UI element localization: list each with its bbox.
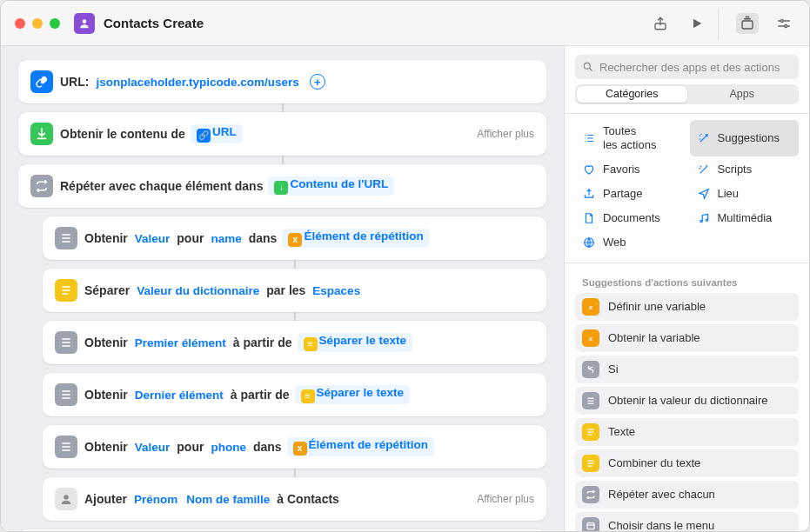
- globe-icon: [582, 236, 596, 249]
- svg-text:x: x: [588, 334, 593, 342]
- show-more-button[interactable]: Afficher plus: [477, 128, 534, 140]
- suggestion-icon: [582, 455, 599, 472]
- close-window-button[interactable]: [15, 18, 25, 29]
- category-documents[interactable]: Documents: [575, 207, 685, 229]
- action-get-dict-value-phone[interactable]: Obtenir Valeur pour phone dans xÉlément …: [43, 425, 546, 469]
- window-controls: [15, 18, 60, 29]
- split-text-token[interactable]: ≡Séparer le texte: [298, 333, 413, 353]
- tab-categories[interactable]: Catégories: [577, 86, 687, 103]
- document-icon: [582, 211, 596, 225]
- suggestion-label: Combiner du texte: [608, 456, 700, 469]
- suggestion-item[interactable]: xObtenir la variable: [575, 324, 799, 352]
- suggestion-item[interactable]: Répéter avec chacun: [575, 481, 799, 509]
- suggestion-label: Répéter avec chacun: [608, 488, 715, 501]
- list-icon: [55, 331, 77, 354]
- svg-point-4: [785, 24, 787, 27]
- svg-point-6: [584, 63, 590, 69]
- suggestion-icon: x: [582, 329, 599, 347]
- suggestion-item[interactable]: Texte: [575, 418, 799, 446]
- shortcut-title: Contacts Create: [104, 16, 204, 30]
- suggestion-icon: x: [582, 298, 599, 316]
- share-button[interactable]: [652, 15, 669, 32]
- svg-point-0: [83, 19, 87, 23]
- category-all-actions[interactable]: Toutes les actions: [575, 120, 685, 156]
- url-token[interactable]: 🔗URL: [191, 124, 243, 144]
- list-icon: [582, 131, 596, 145]
- action-get-dict-value-name[interactable]: Obtenir Valeur pour name dans xÉlément d…: [43, 216, 546, 260]
- text-icon: [55, 279, 77, 302]
- svg-rect-12: [587, 522, 594, 529]
- suggestion-icon: [582, 392, 599, 409]
- repeat-item-token[interactable]: xÉlément de répétition: [282, 229, 429, 249]
- action-repeat-each[interactable]: Répéter avec chaque élément dans ↓Conten…: [18, 164, 546, 208]
- repeat-icon: [30, 175, 53, 197]
- action-get-first-item[interactable]: Obtenir Premier élément à partir de ≡Sép…: [43, 321, 546, 364]
- suggestion-item[interactable]: Si: [575, 356, 799, 383]
- settings-toggle-button[interactable]: [773, 13, 795, 34]
- category-scripts[interactable]: Scripts: [690, 158, 800, 181]
- workflow-editor[interactable]: URL: jsonplaceholder.typicode.com/users …: [1, 46, 564, 531]
- category-media[interactable]: Multimédia: [690, 207, 800, 229]
- suggestion-icon: [582, 423, 599, 441]
- suggestion-label: Définir une variable: [608, 300, 706, 313]
- suggestion-icon: [582, 517, 599, 531]
- suggestion-item[interactable]: Obtenir la valeur du dictionnaire: [575, 387, 799, 415]
- list-icon: [55, 383, 77, 406]
- shortcut-icon: [74, 13, 95, 34]
- suggestion-label: Obtenir la valeur du dictionnaire: [608, 394, 768, 407]
- list-icon: [55, 227, 77, 249]
- split-text-token[interactable]: ≡Séparer le texte: [295, 385, 411, 405]
- repeat-item-token[interactable]: xÉlément de répétition: [287, 437, 434, 457]
- action-add-contact[interactable]: Ajouter Prénom Nom de famille à Contacts…: [43, 477, 546, 521]
- action-end-repeat[interactable]: Fin de la récurrence: [18, 529, 546, 531]
- wand-icon: [697, 163, 711, 176]
- search-input[interactable]: Rechercher des apps et des actions: [575, 55, 799, 79]
- svg-text:x: x: [588, 303, 593, 310]
- action-split-text[interactable]: Séparer Valeur du dictionnaire par les E…: [43, 269, 546, 312]
- fullscreen-window-button[interactable]: [50, 18, 60, 29]
- tab-apps[interactable]: Apps: [687, 86, 798, 103]
- suggestion-item[interactable]: Choisir dans le menu: [575, 512, 799, 531]
- share-icon: [582, 187, 596, 201]
- suggestion-label: Texte: [608, 425, 635, 438]
- svg-rect-2: [742, 21, 753, 29]
- suggestion-label: Obtenir la variable: [608, 331, 700, 344]
- library-sidebar: Rechercher des apps et des actions Catég…: [564, 46, 809, 531]
- minimize-window-button[interactable]: [32, 18, 43, 29]
- action-get-last-item[interactable]: Obtenir Dernier élément à partir de ≡Sép…: [43, 373, 546, 416]
- music-icon: [697, 211, 711, 225]
- svg-point-7: [700, 220, 701, 222]
- suggestions-header: Suggestions d'actions suivantes: [565, 270, 809, 293]
- category-suggestions[interactable]: Suggestions: [690, 120, 800, 156]
- category-favorites[interactable]: Favoris: [575, 158, 685, 181]
- library-tabs[interactable]: Catégories Apps: [575, 84, 799, 104]
- add-url-button[interactable]: +: [310, 74, 325, 90]
- suggestion-item[interactable]: xDéfinir une variable: [575, 293, 799, 321]
- link-icon: [30, 70, 53, 93]
- contents-token[interactable]: ↓Contenu de l'URL: [268, 176, 394, 196]
- suggestion-item[interactable]: Combiner du texte: [575, 449, 799, 477]
- show-more-button[interactable]: Afficher plus: [477, 493, 534, 505]
- action-get-contents[interactable]: Obtenir le contenu de 🔗URL Afficher plus: [18, 112, 546, 156]
- suggestion-label: Si: [608, 362, 619, 376]
- search-icon: [582, 61, 594, 73]
- category-location[interactable]: Lieu: [690, 183, 800, 205]
- list-icon: [55, 436, 77, 458]
- svg-point-8: [706, 219, 707, 221]
- run-button[interactable]: [688, 15, 706, 32]
- download-icon: [30, 123, 53, 145]
- library-toggle-button[interactable]: [736, 13, 759, 34]
- url-value[interactable]: jsonplaceholder.typicode.com/users: [94, 74, 300, 90]
- suggestion-label: Choisir dans le menu: [608, 519, 714, 531]
- heart-icon: [582, 163, 596, 176]
- svg-point-5: [64, 495, 68, 499]
- suggestion-icon: [582, 361, 599, 378]
- category-web[interactable]: Web: [575, 231, 685, 254]
- wand-icon: [697, 131, 711, 145]
- action-url[interactable]: URL: jsonplaceholder.typicode.com/users …: [18, 60, 546, 103]
- svg-point-3: [780, 19, 783, 22]
- category-sharing[interactable]: Partage: [575, 183, 685, 205]
- contacts-icon: [55, 488, 77, 510]
- location-icon: [697, 187, 711, 201]
- titlebar: Contacts Create: [1, 1, 809, 46]
